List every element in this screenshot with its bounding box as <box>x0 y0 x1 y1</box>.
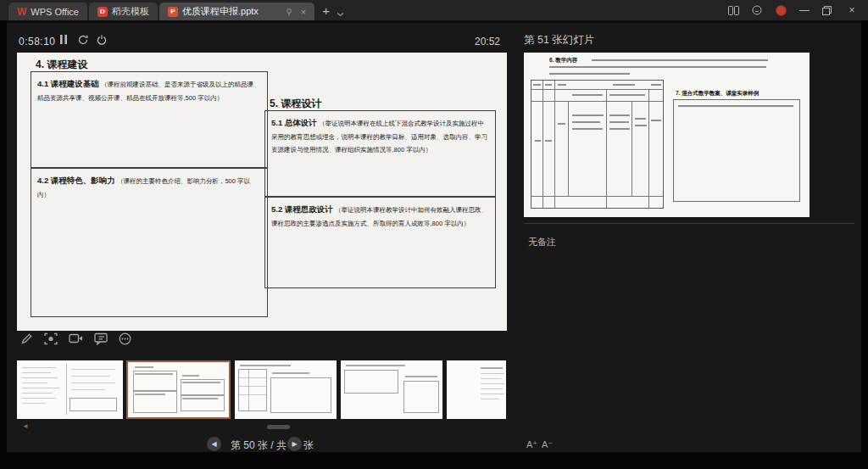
window-controls: — × <box>728 0 868 20</box>
laser-pointer-icon[interactable] <box>44 332 58 345</box>
rehearsal-timer: 0:58:10 <box>19 36 56 47</box>
speaker-notes-text: 无备注 <box>528 236 556 248</box>
next-slide-preview: 6. 教学内容 <box>524 53 810 217</box>
thumbnail-scrollbar[interactable] <box>267 425 290 429</box>
pen-tool-icon[interactable] <box>20 332 33 345</box>
notes-divider <box>524 223 854 224</box>
thumbnail-slide-49[interactable] <box>17 360 123 419</box>
tab-docer-templates[interactable]: D 稻壳模板 <box>89 3 158 20</box>
slide-heading-4: 4. 课程建设 <box>36 58 87 72</box>
notes-font-decrease-button[interactable]: A⁻ <box>542 439 553 450</box>
user-avatar[interactable] <box>776 5 787 16</box>
preview-heading-7: 7. 混合式教学教案、课堂实录样例 <box>676 90 759 98</box>
slide-box-4-2: 4.2 课程特色、影响力 （课程的主要特色介绍、影响力分析，500 字以内） <box>31 168 268 317</box>
annotation-toolbar <box>20 332 131 345</box>
end-show-power-icon[interactable] <box>97 35 107 45</box>
tab-wps-home[interactable]: W WPS Office <box>8 3 87 20</box>
tab-label: 优质课程申报.pptx <box>182 5 259 18</box>
ppt-file-icon: P <box>168 7 178 17</box>
slide-box-4-1: 4.1 课程建设基础 （课程前期建设基础、是否来源于省级及以上的精品课、精品资源… <box>31 71 268 168</box>
slide-box-5-2-title: 5.2 课程思政设计 <box>271 204 333 214</box>
tab-label: 稻壳模板 <box>112 5 149 18</box>
notes-font-increase-button[interactable]: A⁺ <box>526 439 537 450</box>
thumbnail-slide-51[interactable] <box>235 360 337 419</box>
slide-box-4-2-title: 4.2 课程特色、影响力 <box>37 176 115 185</box>
slide-box-5-1: 5.1 总体设计 （举证说明本课程在线上线下混合式教学设计及实施过程中采用的教育… <box>264 110 496 197</box>
preview-heading-6: 6. 教学内容 <box>549 57 577 64</box>
tab-list-chevron-icon[interactable] <box>337 12 344 20</box>
docer-icon: D <box>97 7 108 17</box>
split-view-icon[interactable] <box>728 6 740 15</box>
thumbnail-slide-52[interactable] <box>341 360 442 419</box>
pin-tab-icon[interactable] <box>285 8 293 16</box>
next-slide-header: 第 51 张幻灯片 <box>524 33 594 47</box>
thumb-scroll-left-icon[interactable]: ◄ <box>22 422 29 430</box>
presenter-view: 0:58:10 20:52 4. 课程建设 4.1 课程建设基础 （课程前期建设… <box>7 20 861 452</box>
reset-timer-icon[interactable] <box>78 35 88 45</box>
next-slide-button[interactable]: ▶ <box>287 437 302 451</box>
camera-icon[interactable] <box>69 332 83 345</box>
slide-box-5-2: 5.2 课程思政设计 （举证说明本课程教学设计中如何有效融入课程思政、课程思政的… <box>264 197 496 288</box>
close-window-button[interactable]: × <box>846 4 858 16</box>
close-tab-icon[interactable]: × <box>301 7 306 17</box>
speaker-notes-icon[interactable] <box>94 332 108 345</box>
thumbnail-slide-53[interactable] <box>447 360 506 419</box>
wps-logo-icon: W <box>17 6 26 18</box>
more-options-icon[interactable] <box>119 332 131 345</box>
help-icon[interactable] <box>752 5 764 15</box>
previous-slide-button[interactable]: ◀ <box>207 437 221 451</box>
slide-box-4-1-title: 4.1 课程建设基础 <box>37 79 99 88</box>
preview-sample-box <box>673 99 800 202</box>
tab-bar: W WPS Office D 稻壳模板 P 优质课程申报.pptx × + <box>0 0 868 20</box>
preview-table <box>531 80 664 209</box>
current-slide[interactable]: 4. 课程建设 4.1 课程建设基础 （课程前期建设基础、是否来源于省级及以上的… <box>17 53 507 331</box>
current-time: 20:52 <box>475 36 500 47</box>
app-window: W WPS Office D 稻壳模板 P 优质课程申报.pptx × + <box>0 0 868 469</box>
tab-label: WPS Office <box>31 7 79 17</box>
restore-button[interactable] <box>822 6 834 15</box>
pause-timer-icon[interactable] <box>59 35 68 44</box>
thumbnail-slide-50-selected[interactable] <box>126 360 231 419</box>
slide-heading-5: 5. 课程设计 <box>270 97 321 111</box>
slide-box-5-1-title: 5.1 总体设计 <box>271 118 317 127</box>
new-tab-button[interactable]: + <box>322 3 330 18</box>
minimize-button[interactable]: — <box>798 4 810 16</box>
tab-document[interactable]: P 优质课程申报.pptx × <box>159 3 314 20</box>
